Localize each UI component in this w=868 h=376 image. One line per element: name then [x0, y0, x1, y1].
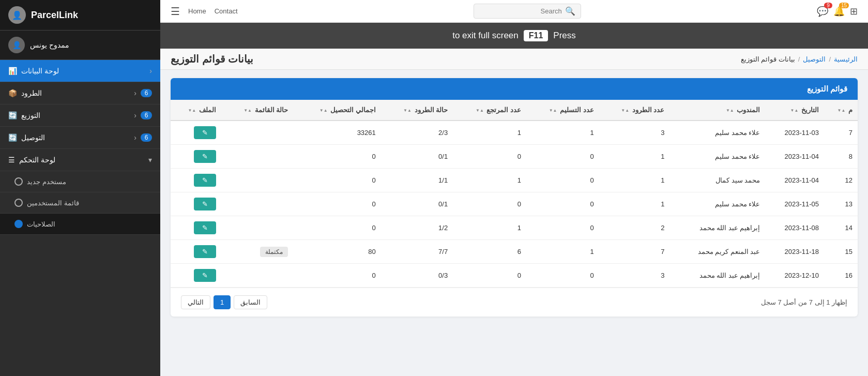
table-row: 132023-11-05علاء محمد سليم1000/10✎ [171, 192, 858, 216]
sidebar-sub-item-permissions[interactable]: الصلاحيات [0, 214, 160, 235]
sidebar-item-parcels[interactable]: 6 ‹ الطرود 📦 [0, 82, 160, 104]
col-parcels: عدد الطرود ▲▼ [599, 100, 670, 121]
fullscreen-banner: Press F11 to exit full screen [160, 23, 868, 49]
cell-file: ✎ [171, 216, 221, 240]
sort-delivered[interactable]: ▲▼ [549, 108, 557, 113]
page-1-btn[interactable]: 1 [214, 295, 231, 309]
sidebar-sub-item-new-user[interactable]: مستخدم جديد [0, 171, 160, 192]
cell-parcels: 7 [599, 240, 670, 264]
sidebar-item-distribution[interactable]: 6 ‹ التوزيع 🔄 [0, 104, 160, 127]
cell-returned: 1 [453, 169, 526, 192]
cell-delivered: 1 [526, 240, 599, 264]
sidebar-item-delivery-content: التوصيل 🔄 [8, 133, 45, 142]
breadcrumb-delivery[interactable]: التوصيل [803, 55, 826, 63]
notification-btn[interactable]: 🔔 15 [833, 6, 845, 17]
exit-text: to exit full screen [452, 31, 519, 41]
sort-parcels[interactable]: ▲▼ [621, 108, 629, 113]
cell-date: 2023-11-08 [765, 216, 824, 240]
sidebar-item-control[interactable]: ▾ لوحة التحكم ☰ [0, 149, 160, 171]
cell-parcels: 2 [599, 216, 670, 240]
sidebar-item-dashboard[interactable]: ‹ لوحة البيانات 📊 [0, 60, 160, 82]
sort-date[interactable]: ▲▼ [790, 108, 799, 113]
sort-agent[interactable]: ▲▼ [726, 108, 734, 113]
cell-file: ✎ [171, 145, 221, 169]
edit-button[interactable]: ✎ [194, 198, 216, 210]
cell-date: 2023-11-05 [765, 192, 824, 216]
cell-list-status: مكتملة [221, 240, 293, 264]
cell-id: 13 [824, 192, 858, 216]
prev-btn[interactable]: السابق [234, 295, 267, 309]
cell-id: 8 [824, 145, 858, 169]
chevron-down-icon: ▾ [148, 156, 152, 164]
breadcrumb-sep-2: / [798, 55, 800, 63]
cell-delivered: 0 [526, 169, 599, 192]
sort-total[interactable]: ▲▼ [319, 108, 328, 113]
cell-file: ✎ [171, 169, 221, 192]
home-link[interactable]: Home [188, 7, 206, 15]
edit-button[interactable]: ✎ [194, 174, 216, 187]
sidebar-sub-item-users-list[interactable]: قائمة المستخدمين [0, 192, 160, 214]
cell-delivered: 0 [526, 192, 599, 216]
search-input[interactable] [479, 7, 562, 15]
edit-button[interactable]: ✎ [194, 245, 216, 258]
sidebar-logo: ParcelLink [31, 10, 78, 21]
next-btn[interactable]: التالي [181, 295, 210, 309]
search-icon: 🔍 [565, 6, 575, 16]
sort-parcel-status[interactable]: ▲▼ [403, 108, 412, 113]
message-btn[interactable]: 💬 9 [817, 6, 828, 17]
sidebar-item-distribution-left: 6 ‹ [134, 111, 152, 119]
col-id: م ▲▼ [824, 100, 858, 121]
users-list-radio [14, 199, 23, 207]
cell-list-status [221, 121, 293, 145]
chevron-left-icon: ‹ [149, 67, 152, 75]
pagination-buttons: التالي 1 السابق [181, 295, 267, 309]
chevron-left-icon-delivery: ‹ [134, 133, 136, 142]
delivery-badge: 6 [141, 133, 152, 142]
distribution-badge: 6 [141, 111, 152, 119]
dashboard-label: لوحة البيانات [21, 67, 59, 75]
grid-icon-btn[interactable]: ⊞ [850, 6, 858, 17]
cell-status: 1/2 [381, 216, 453, 240]
breadcrumb-home[interactable]: الرئيسية [834, 55, 858, 63]
sort-id[interactable]: ▲▼ [837, 108, 846, 113]
distribution-table: م ▲▼ التاريخ ▲▼ المندوب ▲▼ عدد الطرود ▲▼… [171, 100, 858, 288]
cell-parcels: 1 [599, 169, 670, 192]
table-row: 152023-11-18عبد المنعم كريم محمد7167/780… [171, 240, 858, 264]
cell-agent: عبد المنعم كريم محمد [669, 240, 765, 264]
sort-list-status[interactable]: ▲▼ [243, 108, 252, 113]
cell-status: 7/7 [381, 240, 453, 264]
table-row: 82023-11-04علاء محمد سليم1000/10✎ [171, 145, 858, 169]
cell-agent: علاء محمد سليم [669, 145, 765, 169]
cell-list-status [221, 169, 293, 192]
cell-agent: محمد سيد كمال [669, 169, 765, 192]
edit-button[interactable]: ✎ [194, 150, 216, 163]
cell-status: 1/1 [381, 169, 453, 192]
hamburger-icon[interactable]: ☰ [171, 5, 180, 18]
cell-parcels: 3 [599, 121, 670, 145]
edit-button[interactable]: ✎ [194, 126, 216, 139]
col-total: اجمالي التحصيل ▲▼ [293, 100, 381, 121]
control-label: لوحة التحكم [19, 156, 55, 164]
topnav-search-box: 🔍 [474, 4, 581, 19]
edit-button[interactable]: ✎ [194, 221, 216, 234]
breadcrumb: الرئيسية / التوصيل / بيانات قوائم التوزي… [741, 55, 858, 63]
cell-agent: إبراهيم عبد الله محمد [669, 264, 765, 288]
cell-delivered: 0 [526, 145, 599, 169]
cell-delivered: 1 [526, 121, 599, 145]
edit-button[interactable]: ✎ [194, 269, 216, 282]
distribution-label: التوزيع [21, 111, 40, 119]
sidebar-item-delivery[interactable]: 6 ‹ التوصيل 🔄 [0, 127, 160, 149]
cell-returned: 6 [453, 240, 526, 264]
sort-file[interactable]: ▲▼ [188, 108, 196, 113]
sort-returned[interactable]: ▲▼ [476, 108, 484, 113]
cell-date: 2023-12-10 [765, 264, 824, 288]
distribution-icon: 🔄 [8, 111, 17, 119]
cell-parcels: 3 [599, 264, 670, 288]
contact-link[interactable]: Contact [215, 7, 238, 15]
table-row: 142023-11-08إبراهيم عبد الله محمد2011/20… [171, 216, 858, 240]
cell-total: 80 [293, 240, 381, 264]
cell-status: 0/3 [381, 264, 453, 288]
cell-total: 0 [293, 216, 381, 240]
col-returned: عدد المرتجع ▲▼ [453, 100, 526, 121]
topnav-right: Contact Home ☰ [171, 5, 238, 18]
